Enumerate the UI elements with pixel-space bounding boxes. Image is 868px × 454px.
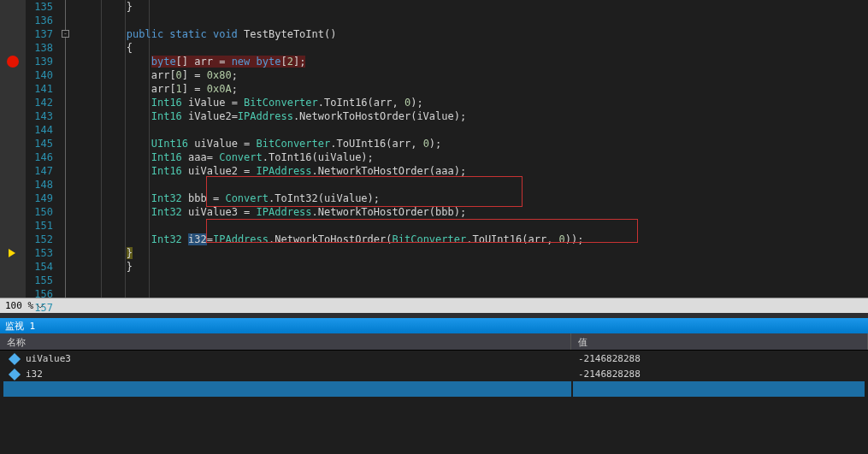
fold-minus-icon[interactable]: - xyxy=(62,30,69,38)
watch-col-value[interactable]: 值 xyxy=(571,333,868,350)
zoom-value[interactable]: 100 % xyxy=(5,300,33,311)
variable-icon xyxy=(9,368,21,380)
watch-col-name[interactable]: 名称 xyxy=(0,333,571,350)
watch-tab[interactable]: 监视 1 xyxy=(0,318,868,333)
watch-row[interactable]: i32 -2146828288 xyxy=(0,366,868,381)
execution-pointer-icon xyxy=(9,249,15,257)
watch-new-row[interactable] xyxy=(0,381,868,397)
glyph-margin[interactable] xyxy=(0,0,26,298)
watch-row[interactable]: uiValue3 -2146828288 xyxy=(0,351,868,366)
variable-icon xyxy=(9,352,21,364)
chevron-down-icon[interactable] xyxy=(37,303,44,310)
fold-gutter[interactable]: - xyxy=(60,0,74,298)
code-editor[interactable]: 1351361371381391401411421431441451461471… xyxy=(0,0,868,298)
line-numbers: 1351361371381391401411421431441451461471… xyxy=(26,0,60,298)
breakpoint-icon[interactable] xyxy=(7,56,19,68)
watch-header: 名称 值 xyxy=(0,333,868,351)
code-area[interactable]: } public static void TestByteToInt() { b… xyxy=(74,0,868,298)
